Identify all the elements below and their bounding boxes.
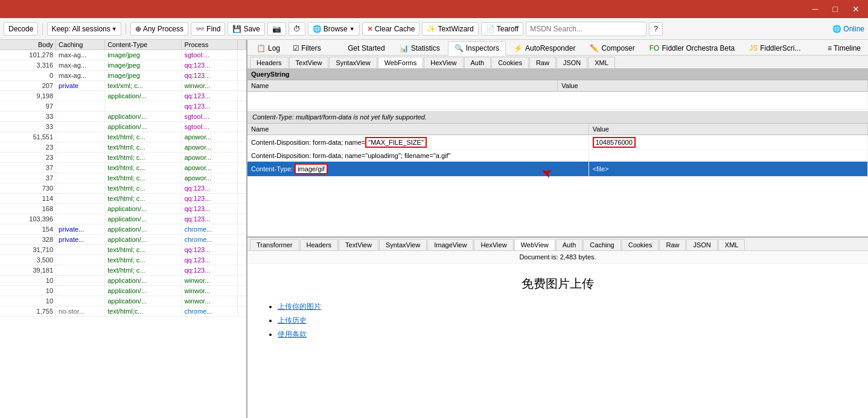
globe-icon: 🌐 <box>313 25 322 33</box>
session-caching: private... <box>56 224 105 235</box>
tab-get-started[interactable]: Get Started <box>341 41 391 55</box>
table-row[interactable]: 101,278max-ag...image/jpegsgtool:... <box>0 50 246 60</box>
table-row[interactable]: 3,316max-ag...image/jpegqq:123... <box>0 60 246 71</box>
tab-statistics[interactable]: 📊 Statistics <box>393 41 447 55</box>
find-button[interactable]: 👓 Find <box>191 22 225 36</box>
table-row[interactable]: 97qq:123... <box>0 101 246 112</box>
table-row[interactable]: 9,198application/...qq:123... <box>0 91 246 101</box>
session-process: apowor... <box>182 163 238 173</box>
table-row[interactable]: 730text/html; c...qq:123... <box>0 183 246 194</box>
table-row[interactable]: 10application/...winwor... <box>0 296 246 306</box>
session-process: apowor... <box>182 132 238 142</box>
tab-xml[interactable]: XML <box>588 57 615 68</box>
maximize-btn[interactable]: □ <box>829 3 841 15</box>
session-caching <box>56 183 105 194</box>
resp-tab-imageview[interactable]: ImageView <box>427 239 473 250</box>
tab-webforms[interactable]: WebForms <box>378 57 424 69</box>
decode-button[interactable]: Decode <box>4 22 38 36</box>
filter-icon: ☑ <box>293 44 299 52</box>
tab-fiddler-orchestra[interactable]: FO Fiddler Orchestra Beta <box>643 41 741 55</box>
session-body: 31,710 <box>0 245 56 255</box>
tearoff-button[interactable]: 📄 Tearoff <box>481 22 523 36</box>
table-row[interactable]: 39,181text/html; c...qq:123... <box>0 265 246 276</box>
session-process: qq:123... <box>182 71 238 81</box>
table-row[interactable]: 168application/...qq:123... <box>0 204 246 214</box>
table-row[interactable]: 10application/...winwor... <box>0 276 246 286</box>
table-row[interactable]: 51,551text/html; c...apowor... <box>0 132 246 142</box>
any-process-button[interactable]: ⊕ Any Process <box>130 22 188 36</box>
table-row[interactable]: 1,755no-stor...text/html;c...chrome... <box>0 306 246 317</box>
tab-headers[interactable]: Headers <box>250 57 289 68</box>
save-button[interactable]: 💾 Save <box>228 22 264 36</box>
session-body: 168 <box>0 204 56 214</box>
link-terms[interactable]: 使用条款 <box>278 330 307 338</box>
resp-tab-xml[interactable]: XML <box>718 239 745 250</box>
filters-button[interactable]: ☑ Filters <box>288 42 326 54</box>
upper-panels: Headers TextView SyntaxView WebForms Hex… <box>247 55 868 236</box>
session-process: qq:123... <box>182 214 238 224</box>
msdn-search-input[interactable] <box>526 22 646 36</box>
text-wizard-button[interactable]: ✨ TextWizard <box>422 22 478 36</box>
sessions-scroll[interactable]: Body Caching Content-Type Process 101,27… <box>0 40 246 418</box>
tab-inspectors[interactable]: 🔍 Inspectors <box>448 41 506 55</box>
clear-cache-button[interactable]: ✕ Clear Cache <box>362 22 420 36</box>
tab-log[interactable]: 📋 Log <box>250 41 287 55</box>
tab-textview[interactable]: TextView <box>289 57 329 68</box>
table-row[interactable]: 33application/...sgtool:... <box>0 122 246 132</box>
table-row[interactable]: 114text/html; c...qq:123... <box>0 194 246 204</box>
timeline-button[interactable]: ≡ Timeline <box>823 42 866 54</box>
session-caching <box>56 132 105 142</box>
keep-sessions-dropdown[interactable]: Keep: All sessions ▼ <box>47 22 121 36</box>
table-row[interactable]: 0max-ag...image/jpegqq:123... <box>0 71 246 81</box>
tab-cookies[interactable]: Cookies <box>491 57 529 68</box>
resp-tab-transformer[interactable]: Transformer <box>250 239 299 250</box>
tab-syntaxview[interactable]: SyntaxView <box>329 57 377 68</box>
tab-hexview[interactable]: HexView <box>424 57 463 68</box>
close-btn[interactable]: ✕ <box>849 3 863 15</box>
help-button[interactable]: ? <box>649 22 663 36</box>
resp-tab-raw[interactable]: Raw <box>659 239 686 250</box>
tab-composer[interactable]: ✏️ Composer <box>583 41 641 55</box>
resp-tab-textview[interactable]: TextView <box>339 239 378 250</box>
screenshot-button[interactable]: 📷 <box>267 22 286 36</box>
tab-raw[interactable]: Raw <box>529 57 556 68</box>
timer-button[interactable]: ⏱ <box>289 22 305 36</box>
resp-tab-auth[interactable]: Auth <box>556 239 583 250</box>
resp-tab-json[interactable]: JSON <box>686 239 717 250</box>
resp-tab-caching[interactable]: Caching <box>583 239 621 250</box>
table-row[interactable]: 23text/html; c...apowor... <box>0 153 246 163</box>
link-history[interactable]: 上传历史 <box>278 316 307 325</box>
table-row[interactable]: 31,710text/html; c...qq:123... <box>0 245 246 255</box>
table-row[interactable]: 33application/...sgtool:... <box>0 112 246 122</box>
link-upload[interactable]: 上传你的图片 <box>278 302 321 311</box>
session-process: qq:123... <box>182 91 238 101</box>
browse-button[interactable]: 🌐 Browse ▼ <box>308 22 360 36</box>
table-row[interactable]: 207privatetext/xml; c...winwor... <box>0 81 246 91</box>
table-row[interactable]: 37text/html; c...apowor... <box>0 173 246 183</box>
resp-tab-hexview[interactable]: HexView <box>474 239 513 250</box>
minimize-btn[interactable]: ─ <box>809 3 822 15</box>
col-header-process: Process <box>182 40 238 50</box>
tab-auth[interactable]: Auth <box>464 57 491 68</box>
table-row[interactable]: 10application/...winwor... <box>0 286 246 296</box>
tab-json[interactable]: JSON <box>557 57 587 68</box>
online-button[interactable]: 🌐 Online <box>832 25 864 33</box>
resp-tab-cookies[interactable]: Cookies <box>622 239 659 250</box>
table-row[interactable]: 23text/html; c...apowor... <box>0 142 246 153</box>
tab-fiddler-script[interactable]: JS FiddlerScri... <box>742 41 807 55</box>
main-layout: Body Caching Content-Type Process 101,27… <box>0 40 868 418</box>
session-caching <box>56 122 105 132</box>
session-body: 37 <box>0 163 56 173</box>
resp-tab-headers[interactable]: Headers <box>300 239 339 250</box>
table-row[interactable]: 3,500text/html; c...qq:123... <box>0 255 246 265</box>
fd-name-col: Name <box>247 124 589 135</box>
resp-tab-syntaxview[interactable]: SyntaxView <box>379 239 427 250</box>
session-body: 1,755 <box>0 306 56 317</box>
table-row[interactable]: 37text/html; c...apowor... <box>0 163 246 173</box>
resp-tab-webview[interactable]: WebView <box>514 239 555 251</box>
table-row[interactable]: 103,396application/...qq:123... <box>0 214 246 224</box>
session-body: 328 <box>0 235 56 245</box>
table-row[interactable]: 154private...application/...chrome... <box>0 224 246 235</box>
table-row[interactable]: 328private...application/...chrome... <box>0 235 246 245</box>
tab-autoresponder[interactable]: ⚡ AutoResponder <box>507 41 582 55</box>
